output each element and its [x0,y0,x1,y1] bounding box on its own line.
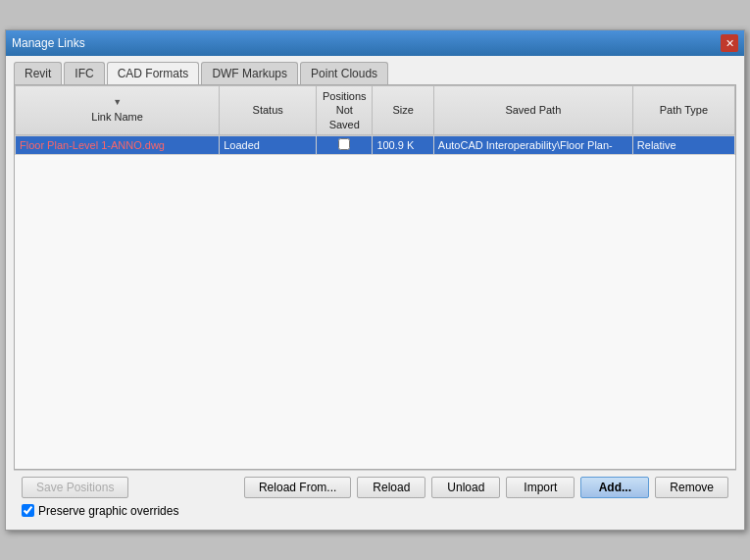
tab-cad-formats[interactable]: CAD Formats [107,62,200,84]
tab-ifc[interactable]: IFC [64,62,104,84]
action-buttons-row: Save Positions Reload From... Reload Unl… [22,477,728,498]
col-header-status[interactable]: Status [220,86,317,135]
table-row[interactable]: Floor Plan-Level 1-ANNO.dwg Loaded 100.9… [16,135,735,154]
links-table-container: ▼ Link Name Status Positions Not Saved [15,85,735,469]
preserve-overrides-row: Preserve graphic overrides [22,504,728,518]
col-header-size[interactable]: Size [373,86,433,135]
window-content: Revit IFC CAD Formats DWF Markups Point … [6,56,744,530]
tab-bar: Revit IFC CAD Formats DWF Markups Point … [14,62,736,84]
import-button[interactable]: Import [506,477,575,498]
col-header-saved-path[interactable]: Saved Path [433,86,632,135]
window-title: Manage Links [12,36,85,50]
tab-dwf-markups[interactable]: DWF Markups [201,62,298,84]
manage-links-window: Manage Links ✕ Revit IFC CAD Formats DWF… [5,29,745,531]
add-button[interactable]: Add... [580,477,649,498]
tab-content-cad-formats: ▼ Link Name Status Positions Not Saved [14,84,736,470]
table-header: ▼ Link Name Status Positions Not Saved [15,85,735,135]
preserve-overrides-label: Preserve graphic overrides [38,504,178,518]
col-header-positions-not-saved[interactable]: Positions Not Saved [317,86,373,135]
cell-saved-path: AutoCAD Interoperability\Floor Plan- [433,135,632,154]
tab-point-clouds[interactable]: Point Clouds [300,62,388,84]
links-table: Floor Plan-Level 1-ANNO.dwg Loaded 100.9… [15,135,735,155]
cell-path-type: Relative [632,135,734,154]
col-header-link-name[interactable]: ▼ Link Name [16,86,220,135]
preserve-overrides-checkbox[interactable] [22,504,34,517]
table-body-wrapper: Floor Plan-Level 1-ANNO.dwg Loaded 100.9… [15,135,735,469]
close-button[interactable]: ✕ [721,34,738,52]
positions-not-saved-checkbox[interactable] [338,138,350,150]
save-positions-button[interactable]: Save Positions [22,477,128,498]
reload-from-button[interactable]: Reload From... [244,477,351,498]
reload-button[interactable]: Reload [357,477,425,498]
col-header-path-type[interactable]: Path Type [632,86,734,135]
remove-button[interactable]: Remove [655,477,728,498]
tab-revit[interactable]: Revit [14,62,62,84]
bottom-bar: Save Positions Reload From... Reload Unl… [14,470,736,522]
title-bar: Manage Links ✕ [6,30,744,56]
cell-positions-not-saved[interactable] [317,135,373,154]
cell-link-name: Floor Plan-Level 1-ANNO.dwg [16,135,220,154]
cell-status: Loaded [220,135,317,154]
sort-arrow-icon: ▼ [20,97,215,109]
unload-button[interactable]: Unload [431,477,500,498]
cell-size: 100.9 K [373,135,433,154]
